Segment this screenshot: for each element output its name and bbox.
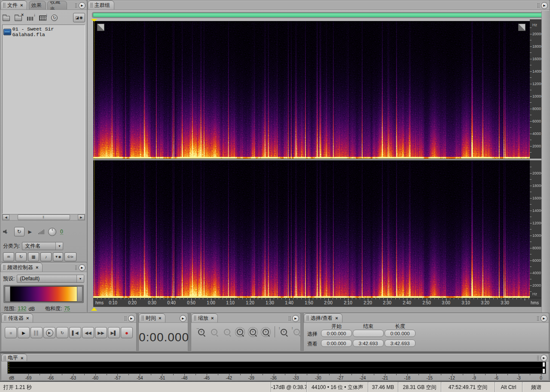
play-preview-icon[interactable]: ▶ — [28, 229, 32, 235]
panel-menu-button[interactable]: ▶ — [75, 2, 86, 9]
tick — [160, 298, 160, 299]
show-audio-files-icon[interactable]: ♒ — [3, 252, 14, 261]
zoom-out-horizontal-button[interactable]: − — [209, 327, 219, 337]
zoom-in-vertical-button[interactable]: ↕+ — [279, 327, 289, 337]
panel-menu-button[interactable]: ▶ — [537, 315, 547, 322]
zoom-to-selection-button[interactable]: + — [235, 327, 245, 337]
frequency-ruler-right[interactable]: Hz20000180001600014000120001000080006000… — [530, 160, 541, 298]
tab-favorites[interactable]: 收藏夹 — [47, 1, 67, 9]
preview-volume-value[interactable]: 0 — [60, 229, 63, 235]
grip-icon — [90, 3, 93, 8]
scroll-track[interactable] — [70, 214, 78, 220]
sort-select[interactable]: 文件名 ▼ — [22, 242, 63, 250]
close-icon[interactable]: × — [335, 315, 338, 321]
file-list[interactable]: 01 - Sweet Sir Galahad.fla — [2, 24, 85, 214]
file-list-hscrollbar[interactable]: ◀ ⦀ ▶ — [2, 214, 85, 220]
timeline-ruler[interactable]: hmshms0:100:200:300:400:501:001:101:201:… — [93, 298, 541, 307]
close-icon[interactable]: × — [21, 355, 23, 361]
show-loop-files-icon[interactable]: ↻ — [15, 252, 27, 261]
show-video-files-icon[interactable]: ▦ — [28, 252, 39, 261]
tab-time[interactable]: 时间 × — [139, 313, 165, 322]
playhead-bottom-marker[interactable] — [91, 307, 97, 311]
scroll-track[interactable] — [9, 214, 17, 220]
view-start-field[interactable]: 0:00.000 — [321, 340, 352, 347]
collapse-corner-icon[interactable] — [97, 24, 104, 31]
playhead-cursor[interactable] — [94, 21, 95, 298]
go-to-end-button[interactable]: ▶▌ — [108, 327, 120, 338]
tick — [419, 298, 419, 299]
play-button[interactable]: ▶ — [18, 327, 30, 338]
navigation-track[interactable] — [92, 12, 544, 18]
fast-forward-button[interactable]: ▶▶ — [95, 327, 107, 338]
grip-icon — [3, 3, 6, 8]
loop-preview-icon[interactable]: ↻ — [14, 227, 24, 236]
volume-bars-icon[interactable] — [38, 229, 44, 234]
play-looped-button[interactable]: ↻ — [56, 327, 68, 338]
close-icon[interactable]: × — [211, 315, 214, 321]
scroll-thumb[interactable]: ⦀ — [18, 214, 70, 220]
preview-volume-knob[interactable] — [48, 228, 56, 236]
list-item[interactable]: 01 - Sweet Sir Galahad.fla — [3, 25, 85, 39]
pause-button[interactable]: ▌▌ — [31, 327, 43, 338]
stop-button[interactable]: ■ — [5, 327, 17, 338]
panel-menu-button[interactable]: ▶ — [124, 315, 135, 322]
gradient-left-handle[interactable] — [5, 286, 10, 302]
tab-transport[interactable]: 传送器 × — [1, 313, 33, 322]
close-icon[interactable]: × — [159, 315, 161, 321]
panel-menu-button[interactable]: ▶ — [537, 355, 547, 361]
panel-menu-button[interactable]: ▶ — [288, 315, 299, 322]
level-meter[interactable] — [7, 361, 546, 374]
open-file-icon[interactable] — [2, 14, 11, 21]
scroll-left-icon[interactable]: ◀ — [3, 214, 9, 220]
tab-selection-view[interactable]: 选择/查看 × — [304, 313, 342, 322]
go-to-beginning-button[interactable]: ▌◀ — [69, 327, 81, 338]
play-from-cursor-button[interactable]: ▶ — [43, 327, 55, 338]
panel-menu-button[interactable]: ▶ — [75, 264, 86, 271]
vertical-scrollbar[interactable] — [541, 11, 550, 312]
spectrogram-right-channel[interactable] — [93, 160, 530, 298]
spectral-gradient-bar[interactable] — [10, 286, 77, 302]
selection-start-field[interactable]: 0:00.000 — [321, 330, 352, 337]
tab-level[interactable]: 电平 × — [1, 354, 27, 361]
spectrogram-left-channel[interactable] — [93, 21, 530, 159]
panel-menu-button[interactable]: ▶ — [537, 2, 548, 9]
insert-into-multitrack-icon[interactable]: ↓ — [38, 14, 47, 21]
edit-original-icon[interactable]: ↻ — [50, 14, 59, 21]
record-button[interactable]: ● — [121, 327, 133, 338]
rewind-button[interactable]: ◀◀ — [82, 327, 94, 338]
filter-eye-icon[interactable]: ▼◉ — [53, 252, 63, 261]
collapse-corner-icon[interactable] — [518, 24, 526, 31]
selection-length-field[interactable]: 0:00.000 — [385, 330, 416, 337]
close-icon[interactable]: × — [20, 3, 23, 8]
zoom-out-full-button[interactable]: − — [222, 327, 232, 337]
import-file-icon[interactable]: ↓ — [26, 14, 35, 21]
zoom-out-vertical-button[interactable]: ↕− — [292, 327, 302, 337]
manage-view-options-icon[interactable]: ◪◉ — [73, 13, 85, 22]
range-value[interactable]: 132 — [18, 306, 26, 312]
selection-end-field[interactable] — [353, 330, 384, 337]
saturation-value[interactable]: 75 — [64, 306, 70, 312]
tab-zoom[interactable]: 缩放 × — [191, 313, 218, 322]
preset-select[interactable]: (Default) ▼ — [17, 275, 84, 283]
close-icon[interactable]: × — [26, 315, 29, 321]
show-midi-files-icon[interactable]: ♪ — [40, 252, 52, 261]
auto-play-icon[interactable]: ▸ — [3, 230, 10, 234]
show-full-path-icon[interactable]: C:\> — [64, 252, 76, 261]
frequency-ruler-left[interactable]: Hz20000180001600014000120001000080006000… — [530, 21, 541, 159]
close-icon[interactable]: × — [36, 265, 38, 270]
panel-menu-button[interactable]: ▶ — [180, 315, 186, 322]
tab-files[interactable]: 文件 × — [0, 0, 27, 9]
zoom-in-right-selection-button[interactable]: + — [261, 327, 271, 337]
view-length-field[interactable]: 3:42.693 — [385, 340, 416, 347]
close-file-icon[interactable]: × — [14, 14, 23, 21]
tab-effects[interactable]: 效果 — [29, 1, 46, 9]
navigation-range-bar[interactable] — [93, 13, 543, 17]
view-end-field[interactable]: 3:42.693 — [353, 340, 384, 347]
scroll-right-icon[interactable]: ▶ — [78, 214, 85, 220]
zoom-in-horizontal-button[interactable]: ↔+ — [196, 327, 206, 337]
gradient-right-handle[interactable] — [77, 286, 82, 302]
spectral-gradient-editor[interactable] — [3, 285, 84, 303]
tab-spectral-controller[interactable]: 频谱控制器 × — [0, 263, 43, 272]
zoom-in-left-selection-button[interactable]: + — [248, 327, 258, 337]
tab-main-group[interactable]: 主群组 — [88, 0, 114, 9]
